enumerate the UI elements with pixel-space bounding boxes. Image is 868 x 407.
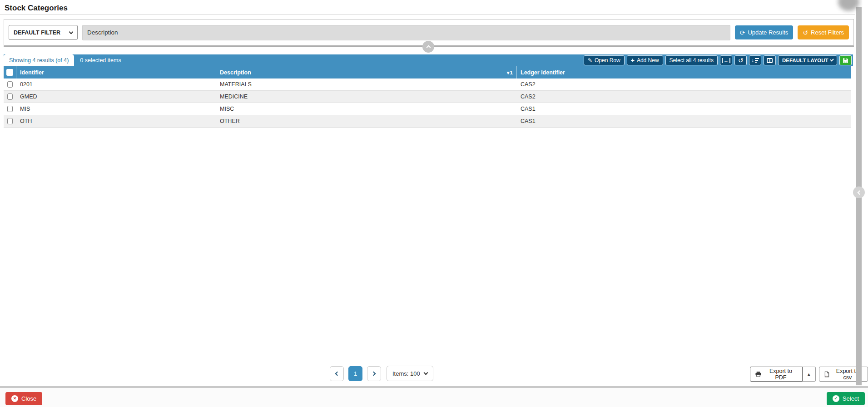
save-layout-button[interactable] (839, 55, 852, 65)
undo-icon: ↺ (738, 57, 744, 64)
chevron-right-icon (372, 371, 376, 376)
results-count-tab: Showing 4 results (of 4) (4, 54, 74, 66)
chevron-down-icon (423, 371, 428, 375)
description-input[interactable] (82, 25, 730, 40)
cell-ledger: CAS1 (517, 115, 851, 127)
page-title: Stock Categories (5, 4, 850, 13)
export-pdf-menu-button[interactable]: ▲ (803, 367, 816, 382)
prev-page-button[interactable] (330, 366, 344, 381)
cell-description: MATERIALS (216, 78, 517, 90)
sort-amount-icon: ↓ (751, 58, 759, 63)
cell-identifier: 0201 (16, 78, 216, 90)
row-checkbox[interactable] (7, 106, 13, 112)
file-csv-icon: csv (824, 371, 829, 378)
cell-ledger: CAS2 (517, 91, 851, 103)
export-pdf-button[interactable]: Export to PDF (750, 367, 803, 382)
export-group: Export to PDF ▲ csv Export to csv (750, 367, 868, 382)
selected-items-label: 0 selected items (74, 54, 127, 66)
filter-collapse-button[interactable] (422, 41, 434, 53)
column-header-ledger[interactable]: Ledger Identifier (517, 66, 851, 78)
cell-description: MEDICINE (216, 91, 517, 103)
filter-select[interactable]: DEFAULT FILTER (9, 25, 78, 40)
next-page-button[interactable] (367, 366, 381, 381)
update-results-button[interactable]: ⟳ Update Results (735, 25, 794, 39)
title-bar: Stock Categories (0, 0, 855, 15)
column-header-identifier[interactable]: Identifier (16, 66, 216, 78)
edit-icon: ✎ (588, 57, 592, 64)
refresh-icon: ⟳ (740, 29, 745, 36)
table-row[interactable]: MIS MISC CAS1 (4, 103, 851, 115)
cell-description: OTHER (216, 115, 517, 127)
layout-select[interactable]: DEFAULT LAYOUT (778, 55, 837, 65)
undo-icon: ↺ (803, 29, 808, 36)
table-row[interactable]: GMED MEDICINE CAS2 (4, 91, 851, 103)
side-panel-expand-button[interactable] (853, 186, 865, 198)
select-all-results-button[interactable]: Select all 4 results (665, 55, 718, 65)
table-row[interactable]: 0201 MATERIALS CAS2 (4, 78, 851, 91)
reset-filters-button[interactable]: ↺ Reset Filters (798, 25, 849, 39)
column-header-description[interactable]: Description ▾ 1 (216, 66, 517, 78)
reset-grid-button[interactable]: ↺ (734, 55, 747, 65)
bar-spacer (127, 54, 584, 66)
svg-text:csv: csv (825, 375, 828, 377)
results-bar: Showing 4 results (of 4) 0 selected item… (4, 54, 853, 66)
sort-desc-icon: ▾ (507, 69, 510, 76)
cell-ledger: CAS1 (517, 103, 851, 115)
filter-select-value: DEFAULT FILTER (14, 29, 60, 36)
chevron-left-icon (335, 371, 340, 376)
add-new-button[interactable]: + Add New (627, 55, 663, 65)
select-all-checkbox[interactable] (6, 69, 13, 76)
data-grid: Identifier Description ▾ 1 Ledger Identi… (4, 66, 851, 127)
plus-icon: + (631, 57, 635, 64)
row-checkbox[interactable] (7, 81, 13, 88)
bar-buttons: ✎ Open Row + Add New Select all 4 result… (584, 54, 853, 66)
caret-up-icon: ▲ (807, 372, 811, 377)
row-checkbox[interactable] (7, 118, 13, 124)
save-icon (843, 58, 848, 64)
results-area: Showing 4 results (of 4) 0 selected item… (4, 54, 853, 127)
table-row[interactable]: OTH OTHER CAS1 (4, 115, 851, 127)
page-number-button[interactable]: 1 (348, 366, 362, 381)
arrows-horizontal-icon: ↔ (722, 58, 730, 63)
pagination: 1 Items: 100 (330, 366, 433, 381)
printer-icon (755, 371, 761, 377)
close-button[interactable]: ✕ Close (5, 392, 42, 405)
footer-bar: ✕ Close ✓ Select (0, 386, 868, 407)
select-button[interactable]: ✓ Select (827, 392, 865, 405)
chevron-left-icon (857, 190, 862, 195)
cell-description: MISC (216, 103, 517, 115)
cell-ledger: CAS2 (517, 78, 851, 90)
cell-identifier: MIS (16, 103, 216, 115)
column-chooser-button[interactable] (764, 55, 776, 65)
sort-button[interactable]: ↓ (749, 55, 761, 65)
sort-order-badge: ▾ 1 (507, 69, 513, 76)
grid-header: Identifier Description ▾ 1 Ledger Identi… (4, 66, 851, 78)
check-circle-icon: ✓ (833, 395, 839, 402)
open-row-button[interactable]: ✎ Open Row (584, 55, 625, 65)
columns-icon (767, 58, 773, 63)
items-per-page-select[interactable]: Items: 100 (387, 366, 433, 381)
chevron-up-icon (426, 45, 431, 50)
chevron-down-icon (830, 58, 834, 62)
cell-identifier: GMED (16, 91, 216, 103)
close-circle-icon: ✕ (11, 395, 18, 402)
select-all-checkbox-cell (4, 66, 16, 78)
chevron-down-icon (69, 29, 74, 34)
cell-identifier: OTH (16, 115, 216, 127)
row-checkbox[interactable] (7, 93, 13, 100)
autofit-columns-button[interactable]: ↔ (720, 55, 732, 65)
